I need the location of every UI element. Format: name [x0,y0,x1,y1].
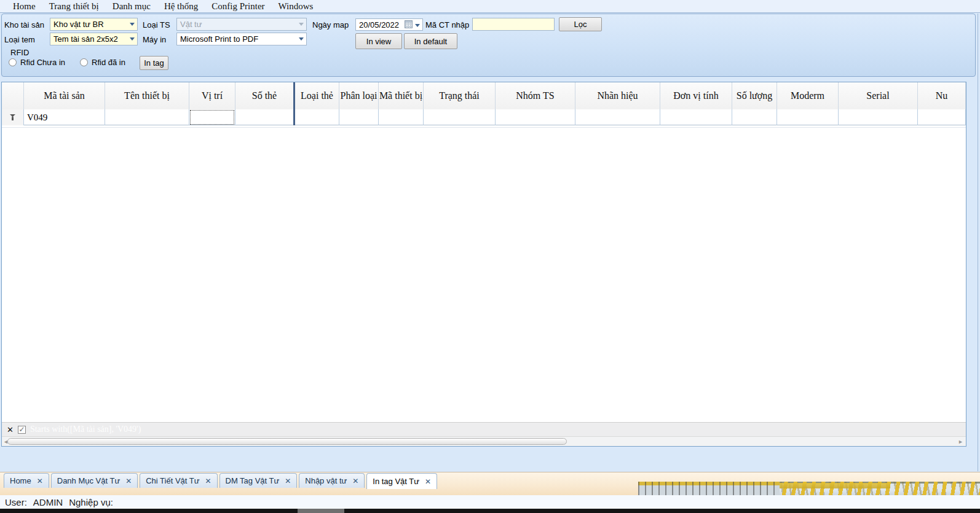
tab-close-icon[interactable]: ✕ [205,477,211,485]
tab-label: In tag Vật Tư [373,477,419,486]
chevron-down-icon[interactable] [299,37,304,41]
in-tag-button[interactable]: In tag [140,56,168,70]
column-header-10[interactable]: Nhãn hiệu [575,82,660,109]
filter-cell-13[interactable] [777,109,839,125]
in-default-button[interactable]: In default [404,33,457,49]
column-header-7[interactable]: Mã thiết bị [379,82,424,109]
filter-cell-8[interactable] [424,109,496,125]
radio-circle-icon[interactable] [9,58,17,66]
may-in-combo[interactable]: Microsoft Print to PDF [176,33,307,45]
filter-cell-3[interactable] [189,109,235,125]
scroll-right-icon[interactable]: ► [958,438,963,445]
may-in-value: Microsoft Print to PDF [180,34,258,44]
filter-funnel-icon [10,114,15,120]
menu-item-danh-muc[interactable]: Danh mục [106,1,157,12]
filter-cell-9[interactable] [496,109,575,125]
column-header-4[interactable]: Số thẻ [235,82,295,109]
nghiep-vu-label: Nghiệp vụ: [69,497,113,507]
tab-dm-tag-vật-tư[interactable]: DM Tag Vật Tư✕ [219,473,298,488]
rfid-da-in-radio[interactable]: Rfid đã in [80,58,125,67]
chevron-down-icon[interactable] [130,23,135,26]
menu-item-home[interactable]: Home [6,1,42,12]
tab-nhập-vật-tư[interactable]: Nhập vật tư✕ [299,473,365,488]
ngay-map-datepicker[interactable]: 20/05/2022 [355,18,423,31]
column-header-13[interactable]: Moderm [777,82,839,109]
may-in-label: Máy in [143,35,166,44]
kho-tai-san-value: Kho vật tư BR [53,20,104,29]
chevron-down-icon [299,23,304,26]
tab-close-icon[interactable]: ✕ [285,477,291,485]
bottom-black-bar [0,509,980,513]
ma-ct-nhap-input[interactable] [472,18,555,31]
filter-cell-12[interactable] [732,109,777,125]
mdi-tab-strip: Home✕Danh Mục Vật Tư✕Chi Tiết Vật Tư✕DM … [0,472,980,495]
status-bar: User: ADMIN Nghiệp vụ: [0,495,980,509]
radio-circle-icon[interactable] [80,58,88,66]
ma-ct-nhap-label: Mã CT nhập [425,20,469,29]
grid-filter-row: V049 [2,109,966,125]
tab-label: Chi Tiết Vật Tư [146,476,199,485]
column-header-11[interactable]: Đơn vị tính [660,82,732,109]
tab-close-icon[interactable]: ✕ [352,477,358,485]
tab-close-icon[interactable]: ✕ [37,477,43,485]
tab-label: Nhập vật tư [305,476,347,485]
column-header-5[interactable]: Loại thẻ [295,82,339,109]
filter-expression-text: Starts with([Mã tài sản], 'V049') [30,425,141,434]
grid-filter-bar: ✕ ✓ Starts with([Mã tài sản], 'V049') [2,422,966,436]
in-view-button[interactable]: In view [355,33,402,49]
window-right-edge [978,14,978,471]
menu-item-trang-thiet-bi[interactable]: Trang thiết bị [42,1,106,12]
filter-cell-2[interactable] [105,109,189,125]
ngay-map-value: 20/05/2022 [359,20,399,29]
filter-cell-1[interactable]: V049 [24,109,105,125]
menu-bar: Home Trang thiết bị Danh mục Hệ thống Co… [0,0,980,13]
rfid-chua-in-radio[interactable]: Rfid Chưa in [9,58,65,67]
filter-funnel-icon [10,114,15,118]
column-header-2[interactable]: Tên thiết bị [105,82,189,109]
column-header-14[interactable]: Serial [839,82,918,109]
grid-corner-cell [2,82,24,109]
calendar-icon[interactable] [405,20,413,28]
tab-label: Danh Mục Vật Tư [57,476,120,485]
menu-item-config-printer[interactable]: Config Printer [205,1,271,12]
filter-cell-15[interactable] [918,109,966,125]
horizontal-scrollbar[interactable]: ◄ ► [2,436,966,446]
column-header-12[interactable]: Số lượng [732,82,777,109]
menu-item-he-thong[interactable]: Hệ thống [157,1,205,12]
column-header-1[interactable]: Mã tài sản [24,82,105,109]
tab-in-tag-vật-tư[interactable]: In tag Vật Tư✕ [366,473,437,489]
filter-enabled-checkbox[interactable]: ✓ [18,426,26,434]
tab-danh-mục-vật-tư[interactable]: Danh Mục Vật Tư✕ [51,473,138,488]
scrollbar-thumb[interactable] [7,438,567,445]
grid-divider-line [2,127,966,128]
column-header-3[interactable]: Vị trí [189,82,235,109]
filter-cell-4[interactable] [235,109,295,125]
filter-cell-7[interactable] [379,109,424,125]
chevron-down-icon[interactable] [130,37,135,41]
loai-ts-value: Vật tư [180,20,202,29]
filter-cell-5[interactable] [295,109,339,125]
column-header-8[interactable]: Trạng thái [424,82,496,109]
filter-cell-14[interactable] [839,109,918,125]
column-header-15[interactable]: Nu [918,82,966,109]
menu-item-windows[interactable]: Windows [272,1,320,12]
filter-cell-11[interactable] [660,109,732,125]
tab-close-icon[interactable]: ✕ [425,478,431,485]
tab-label: Home [10,476,31,485]
rfid-chua-in-label: Rfid Chưa in [20,58,65,67]
close-icon[interactable]: ✕ [7,426,14,434]
kho-tai-san-combo[interactable]: Kho vật tư BR [50,18,138,31]
column-header-9[interactable]: Nhóm TS [496,82,575,109]
loai-ts-combo: Vật tư [176,18,307,31]
loc-button[interactable]: Lọc [559,17,602,31]
filter-cell-10[interactable] [575,109,660,125]
tab-close-icon[interactable]: ✕ [125,477,132,485]
loai-ts-label: Loại TS [143,20,170,29]
chevron-down-icon[interactable] [415,24,420,27]
tab-home[interactable]: Home✕ [4,473,49,488]
tab-chi-tiết-vật-tư[interactable]: Chi Tiết Vật Tư✕ [140,473,217,488]
filter-cell-6[interactable] [339,109,379,125]
filter-panel: Kho tài sản Kho vật tư BR Loại TS Vật tư… [1,14,976,77]
loai-tem-combo[interactable]: Tem tài sản 2x5x2 [50,33,138,45]
column-header-6[interactable]: Phân loại [339,82,379,109]
